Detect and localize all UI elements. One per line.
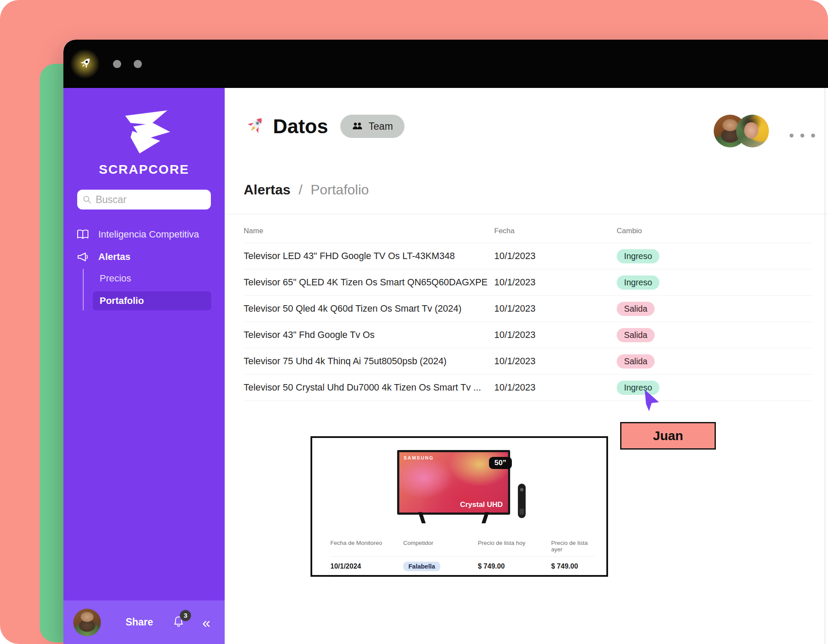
status-badge: Salida bbox=[617, 354, 655, 369]
rocket-icon bbox=[69, 48, 100, 79]
team-people-icon bbox=[352, 122, 363, 131]
card-field-label: Fecha de Monitoreo bbox=[330, 540, 403, 553]
collaborator-avatars[interactable] bbox=[714, 115, 769, 147]
tv-crystal-uhd-label: Crystal UHD bbox=[460, 500, 503, 509]
card-field-value: $ 749.00 bbox=[478, 563, 551, 570]
sidebar-item-label: Alertas bbox=[98, 251, 131, 263]
table-row[interactable]: Televisor LED 43" FHD Google TV Os LT-43… bbox=[244, 243, 813, 269]
user-cursor-icon bbox=[641, 390, 662, 412]
breadcrumb: Alertas / Portafolio bbox=[244, 182, 369, 198]
sidebar-item-inteligencia-competitiva[interactable]: Inteligencia Competitiva bbox=[63, 223, 225, 246]
user-avatar[interactable] bbox=[73, 609, 101, 636]
product-name: Televisor LED 43" FHD Google TV Os LT-43… bbox=[244, 251, 494, 262]
status-badge: Salida bbox=[617, 302, 655, 316]
search-field[interactable] bbox=[96, 194, 205, 206]
book-icon bbox=[77, 229, 89, 240]
sidebar-item-alertas[interactable]: Alertas bbox=[63, 246, 225, 268]
status-badge: Salida bbox=[617, 328, 655, 342]
window-titlebar bbox=[63, 40, 828, 88]
card-fields: Fecha de MonitoreoCompetidorPrecio de li… bbox=[330, 540, 594, 577]
row-date: 10/1/2023 bbox=[494, 356, 617, 367]
more-options-icon[interactable] bbox=[790, 134, 815, 138]
column-header-cambio: Cambio bbox=[617, 227, 813, 235]
row-date: 10/1/2023 bbox=[494, 330, 617, 341]
row-date: 10/1/2023 bbox=[494, 251, 617, 262]
scrapcore-logo-icon bbox=[107, 109, 181, 154]
alerts-table: Name Fecha Cambio Televisor LED 43" FHD … bbox=[244, 227, 813, 401]
product-detail-card: SAMSUNG Crystal UHD 50” Fecha de Monitor… bbox=[310, 436, 608, 577]
page: SCRAPCORE Inteligencia Competitiva Alert… bbox=[0, 0, 828, 644]
card-field-value: $ 749.00 bbox=[551, 563, 594, 570]
notifications-button[interactable]: 3 bbox=[172, 615, 185, 630]
collaborator-cursor-label: Juan bbox=[620, 422, 716, 450]
megaphone-icon bbox=[77, 252, 89, 262]
search-icon bbox=[83, 195, 91, 204]
page-title: Datos bbox=[273, 115, 328, 138]
sidebar-subitem-portafolio[interactable]: Portafolio bbox=[93, 291, 211, 310]
card-field-value: Falabella bbox=[403, 563, 478, 570]
product-name: Televisor 50 Crystal Uhd Du7000 4k Tizen… bbox=[244, 382, 494, 393]
content-divider bbox=[225, 214, 828, 214]
product-name: Televisor 65" QLED 4K Tizen Os Smart QN6… bbox=[244, 277, 494, 288]
sidebar-item-label: Inteligencia Competitiva bbox=[98, 229, 199, 240]
sidebar-footer: Share 3 « bbox=[63, 600, 225, 644]
row-date: 10/1/2023 bbox=[494, 303, 617, 314]
card-field-label: Precio de lista ayer bbox=[551, 540, 594, 553]
team-button[interactable]: Team bbox=[340, 115, 405, 138]
product-name: Televisor 50 Qled 4k Q60d Tizen Os Smart… bbox=[244, 303, 494, 314]
sidebar-subitem-precios[interactable]: Precios bbox=[93, 269, 211, 288]
table-row[interactable]: Televisor 65" QLED 4K Tizen Os Smart QN6… bbox=[244, 269, 813, 296]
sidebar-nav: Inteligencia Competitiva Alertas Precios… bbox=[63, 223, 225, 310]
avatar-collaborator-2[interactable] bbox=[736, 115, 769, 147]
notification-count-badge: 3 bbox=[180, 610, 191, 621]
tv-leg-left bbox=[418, 512, 426, 523]
team-button-label: Team bbox=[369, 121, 393, 132]
column-header-name: Name bbox=[244, 227, 494, 235]
row-date: 10/1/2023 bbox=[494, 277, 617, 288]
share-button[interactable]: Share bbox=[125, 616, 153, 628]
card-field-labels: Fecha de MonitoreoCompetidorPrecio de li… bbox=[330, 540, 594, 557]
table-header: Name Fecha Cambio bbox=[244, 227, 813, 243]
rocket-emoji-icon bbox=[244, 115, 266, 138]
status-badge: Ingreso bbox=[617, 249, 659, 263]
competitor-pill: Falabella bbox=[403, 562, 440, 571]
sidebar: SCRAPCORE Inteligencia Competitiva Alert… bbox=[63, 88, 225, 644]
table-row[interactable]: Televisor 50 Qled 4k Q60d Tizen Os Smart… bbox=[244, 296, 813, 322]
breadcrumb-separator: / bbox=[298, 182, 302, 197]
page-header: Datos Team bbox=[244, 115, 405, 138]
window-dot-1[interactable] bbox=[113, 60, 121, 68]
breadcrumb-page[interactable]: Portafolio bbox=[310, 182, 369, 197]
tv-size-badge: 50” bbox=[489, 457, 511, 469]
product-name: Televisor 75 Uhd 4k Thinq Ai 75ut8050psb… bbox=[244, 356, 494, 367]
window-dot-2[interactable] bbox=[134, 60, 142, 68]
tv-remote bbox=[518, 484, 526, 518]
status-badge: Ingreso bbox=[617, 275, 659, 290]
card-field-value: 10/1/2024 bbox=[330, 563, 403, 570]
column-header-fecha: Fecha bbox=[494, 227, 617, 235]
search-input[interactable] bbox=[77, 190, 211, 209]
table-row[interactable]: Televisor 43" Fhd Google Tv Os 10/1/2023… bbox=[244, 322, 813, 348]
app-window: SCRAPCORE Inteligencia Competitiva Alert… bbox=[63, 40, 828, 644]
main-content: Datos Team Alertas / Portafolio bbox=[225, 88, 828, 644]
breadcrumb-section[interactable]: Alertas bbox=[244, 182, 291, 197]
scrollbar[interactable] bbox=[825, 88, 825, 644]
tv-screen: SAMSUNG Crystal UHD 50” bbox=[397, 450, 510, 515]
tv-brand-label: SAMSUNG bbox=[404, 455, 434, 460]
product-image: SAMSUNG Crystal UHD 50” bbox=[397, 450, 510, 515]
table-row[interactable]: Televisor 50 Crystal Uhd Du7000 4k Tizen… bbox=[244, 375, 813, 401]
sidebar-subnav: Precios Portafolio bbox=[83, 269, 225, 310]
brand-name: SCRAPCORE bbox=[63, 162, 225, 177]
product-name: Televisor 43" Fhd Google Tv Os bbox=[244, 330, 494, 341]
row-date: 10/1/2023 bbox=[494, 382, 617, 393]
table-row[interactable]: Televisor 75 Uhd 4k Thinq Ai 75ut8050psb… bbox=[244, 348, 813, 375]
card-field-label: Precio de lista hoy bbox=[478, 540, 551, 553]
collapse-sidebar-icon[interactable]: « bbox=[202, 615, 209, 630]
table-body: Televisor LED 43" FHD Google TV Os LT-43… bbox=[244, 243, 813, 401]
card-field-values: 10/1/2024Falabella$ 749.00$ 749.00 bbox=[330, 557, 594, 577]
tv-leg-right bbox=[482, 512, 489, 523]
card-field-label: Competidor bbox=[403, 540, 478, 553]
